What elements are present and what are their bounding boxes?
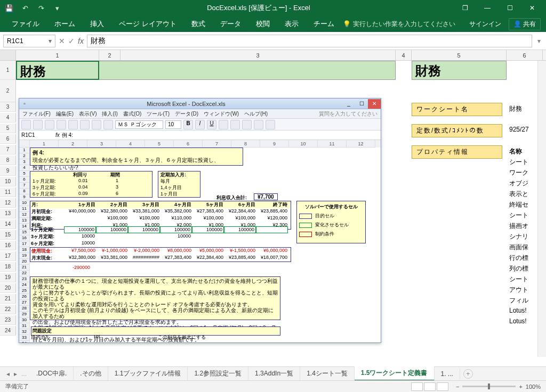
sheet-tab[interactable]: 1. ... xyxy=(435,368,460,380)
zoom-slider[interactable] xyxy=(462,386,516,387)
row-header[interactable]: 9 xyxy=(0,166,16,176)
sheet-tab[interactable]: 1.3AddIn一覧 xyxy=(248,367,300,380)
row-header[interactable]: 4 xyxy=(0,113,16,123)
row-header[interactable]: 24 xyxy=(0,326,16,336)
formula-input[interactable]: 財務 xyxy=(87,35,532,47)
select-all-corner[interactable] xyxy=(0,50,16,60)
row-header[interactable]: 11 xyxy=(0,187,16,197)
tab-file[interactable]: ファイル xyxy=(5,16,46,32)
emb-toolbar[interactable]: ＭＳ Ｐゴシック 10 B I U xyxy=(19,119,381,130)
zoom-out-icon[interactable]: − xyxy=(456,383,459,390)
row-header[interactable]: 23 xyxy=(0,315,16,325)
row-header[interactable]: 10 xyxy=(0,177,16,186)
tell-me[interactable]: 💡 実行したい作業を入力してください xyxy=(343,20,455,29)
normal-view-icon[interactable] xyxy=(411,382,423,391)
emb-fontsize-select[interactable]: 10 xyxy=(165,120,181,129)
row-header[interactable]: 18 xyxy=(0,262,16,272)
tab-review[interactable]: 校閲 xyxy=(250,16,276,32)
enter-icon[interactable]: ✓ xyxy=(68,37,75,45)
worksheet-grid[interactable]: 1 2 3 4 5 6 1 2 for(let i=3;i<=24;i++)do… xyxy=(0,50,546,357)
name-box[interactable]: R1C1▾ xyxy=(3,35,55,47)
emb-title-text: Microsoft Excel - DocExcel.xls xyxy=(30,101,342,107)
emb-close-icon[interactable]: ✕ xyxy=(368,99,381,109)
page-break-view-icon[interactable] xyxy=(437,382,448,391)
sheet-tab[interactable]: 1.4シート一覧 xyxy=(300,367,355,380)
sheet-tab[interactable]: 1.2参照設定一覧 xyxy=(188,367,248,380)
emb-formula-bar[interactable]: R1C1 fx 例 4: xyxy=(19,130,381,140)
row-header[interactable]: 19 xyxy=(0,273,16,282)
new-sheet-icon[interactable]: + xyxy=(463,369,473,379)
row-header[interactable]: 22 xyxy=(0,305,16,314)
row-header[interactable]: 8 xyxy=(0,156,16,165)
sheet-tab[interactable]: 1.1ブックファイル情報 xyxy=(108,367,188,380)
col-header[interactable]: 4 xyxy=(396,50,412,60)
row-header[interactable]: 14 xyxy=(0,219,16,229)
emb-titlebar: ▫ Microsoft Excel - DocExcel.xls _ ☐ ✕ xyxy=(19,99,381,109)
redo-icon[interactable]: ↷ xyxy=(35,2,47,14)
row-header[interactable]: 21 xyxy=(0,294,16,304)
property-row: オブジ xyxy=(509,179,528,188)
close-icon[interactable]: ✕ xyxy=(521,1,543,15)
emb-max-icon[interactable]: ☐ xyxy=(355,99,368,109)
signin-link[interactable]: サインイン xyxy=(469,20,501,29)
label-property: プロパティ情報 xyxy=(412,145,502,159)
row-header[interactable]: 5 xyxy=(0,124,16,133)
col-header[interactable]: 5 xyxy=(412,50,507,60)
share-button[interactable]: 👤 共有 xyxy=(509,18,541,30)
tab-layout[interactable]: ページ レイアウト xyxy=(113,16,183,32)
maximize-icon[interactable]: ☐ xyxy=(499,1,520,15)
row-header[interactable]: 16 xyxy=(0,241,16,250)
property-row: 画面保 xyxy=(509,243,528,252)
tab-last-icon[interactable]: ▸ xyxy=(14,370,17,378)
value-worksheet-name: 財務 xyxy=(509,104,522,113)
zoom-in-icon[interactable]: + xyxy=(519,383,522,390)
page-layout-view-icon[interactable] xyxy=(424,382,436,391)
row-header[interactable]: 20 xyxy=(0,283,16,293)
active-cell[interactable]: 財務 xyxy=(16,61,99,80)
tab-formula[interactable]: 数式 xyxy=(185,16,212,32)
sheet-tab[interactable]: .その他 xyxy=(74,367,108,380)
row-header[interactable]: 15 xyxy=(0,230,16,240)
tab-first-icon[interactable]: ◂ xyxy=(6,370,10,378)
row-header[interactable]: 7 xyxy=(0,145,16,154)
expand-fbar-icon[interactable]: ▾ xyxy=(535,37,543,45)
row-header[interactable]: 17 xyxy=(0,251,16,261)
emb-min-icon[interactable]: _ xyxy=(342,99,355,109)
row-header[interactable]: 3 xyxy=(0,102,16,112)
row-header[interactable]: 6 xyxy=(0,134,16,144)
window-title: DocExcel.xls [保護ビュー] - Excel xyxy=(63,3,454,13)
ribbon-opts-icon[interactable]: ❐ xyxy=(454,1,476,15)
zoom-level[interactable]: 100% xyxy=(526,383,541,390)
tab-data[interactable]: データ xyxy=(214,16,247,32)
row-header[interactable]: 1 xyxy=(0,61,16,80)
row-header[interactable]: 2 xyxy=(0,80,16,102)
emb-menubar[interactable]: ファイル(F)編集(E)表示(V) 挿入(I)書式(O)ツール(T) データ(D… xyxy=(19,109,381,119)
qat-dropdown-icon[interactable]: ▾ xyxy=(51,2,63,14)
formula-bar: R1C1▾ ✕ ✓ fx 財務 ▾ xyxy=(0,32,546,50)
cancel-icon[interactable]: ✕ xyxy=(59,37,65,45)
sheet-tab-active[interactable]: 1.5ワークシート定義書 xyxy=(355,366,435,381)
emb-grid[interactable]: for(let i=1;i<=12;i++)document.write('<d… xyxy=(19,140,381,342)
undo-icon[interactable]: ↶ xyxy=(19,2,31,14)
vertical-scrollbar[interactable] xyxy=(537,61,546,357)
row-header[interactable]: 13 xyxy=(0,209,16,218)
tab-home[interactable]: ホーム xyxy=(48,16,82,32)
status-bar: 準備完了 − + 100% xyxy=(0,380,546,392)
sheet-tab[interactable]: .DOC中扉. xyxy=(30,367,74,380)
tab-team[interactable]: チーム xyxy=(307,16,341,32)
save-icon[interactable]: 💾 xyxy=(3,2,15,14)
property-row: アウト xyxy=(509,285,528,295)
col-header[interactable]: 6 xyxy=(507,50,543,60)
fx-icon[interactable]: fx xyxy=(78,37,84,45)
col-header[interactable]: 1 xyxy=(16,50,99,60)
row-header[interactable]: 12 xyxy=(0,198,16,208)
property-row: フィル xyxy=(509,296,528,305)
header-banner-2: 財務 xyxy=(412,61,507,80)
emb-ask-box[interactable]: 質問を入力してください xyxy=(319,110,378,118)
minimize-icon[interactable]: — xyxy=(477,1,498,15)
tab-insert[interactable]: 挿入 xyxy=(84,16,110,32)
tab-view[interactable]: 表示 xyxy=(278,16,305,32)
col-header[interactable]: 2 xyxy=(99,50,121,60)
col-header[interactable]: 3 xyxy=(121,50,396,60)
emb-font-select[interactable]: ＭＳ Ｐゴシック xyxy=(115,120,163,129)
